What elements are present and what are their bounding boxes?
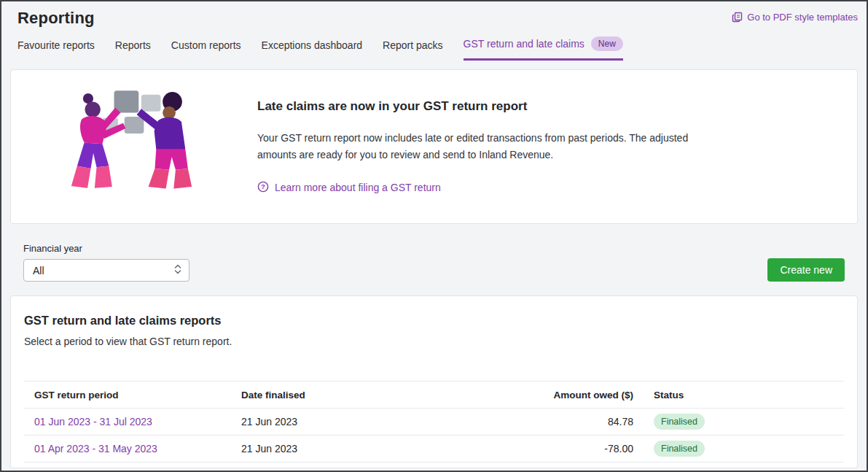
amount-owed-value: 84.78 xyxy=(448,416,633,427)
reports-title: GST return and late claims reports xyxy=(11,314,857,328)
financial-year-select[interactable]: All xyxy=(23,259,189,282)
col-amount-owed: Amount owed ($) xyxy=(448,390,633,401)
tab-bar: Favourite reports Reports Custom reports… xyxy=(1,36,867,61)
date-finalised-value: 21 Jun 2023 xyxy=(241,443,448,454)
table-row: 01 Jun 2023 - 31 Jul 2023 21 Jun 2023 84… xyxy=(24,409,844,436)
gst-info-body: Your GST return report now includes late… xyxy=(257,130,695,163)
gst-info-card: Late claims are now in your GST return r… xyxy=(10,69,858,224)
status-badge: Finalised xyxy=(654,414,705,430)
question-circle-icon: ? xyxy=(257,181,269,195)
pdf-link-label: Go to PDF style templates xyxy=(747,12,858,23)
period-link[interactable]: 01 Apr 2023 - 31 May 2023 xyxy=(34,443,157,454)
tab-custom-reports[interactable]: Custom reports xyxy=(171,39,241,61)
top-bar: Reporting Go to PDF style templates xyxy=(1,1,867,28)
gst-info-text: Late claims are now in your GST return r… xyxy=(257,99,695,195)
tab-exceptions-dashboard[interactable]: Exceptions dashboard xyxy=(262,39,363,61)
table-row: 01 Apr 2023 - 31 May 2023 21 Jun 2023 -7… xyxy=(24,436,844,463)
learn-more-link[interactable]: ? Learn more about filing a GST return xyxy=(257,181,441,195)
unfold-chevrons-icon xyxy=(174,263,181,277)
learn-more-label: Learn more about filing a GST return xyxy=(275,182,441,193)
col-gst-return-period: GST return period xyxy=(34,390,241,401)
date-finalised-value: 21 Jun 2023 xyxy=(241,416,448,427)
copy-pages-icon xyxy=(732,12,743,23)
col-status: Status xyxy=(633,390,844,401)
amount-owed-value: -78.00 xyxy=(448,443,633,454)
period-link[interactable]: 01 Jun 2023 - 31 Jul 2023 xyxy=(34,416,152,427)
tab-favourite-reports[interactable]: Favourite reports xyxy=(17,39,95,61)
svg-text:?: ? xyxy=(261,182,265,190)
page-title: Reporting xyxy=(17,9,95,28)
financial-year-label: Financial year xyxy=(23,243,189,254)
create-new-button[interactable]: Create new xyxy=(767,258,845,282)
status-badge: Finalised xyxy=(654,441,705,457)
filter-row: Financial year All Create new xyxy=(1,224,867,295)
table-header-row: GST return period Date finalised Amount … xyxy=(24,381,844,409)
new-badge: New xyxy=(591,36,623,51)
financial-year-filter: Financial year All xyxy=(23,243,189,282)
tab-report-packs[interactable]: Report packs xyxy=(383,39,442,61)
tab-reports[interactable]: Reports xyxy=(115,39,151,61)
gst-illustration xyxy=(57,87,206,206)
gst-reports-table: GST return period Date finalised Amount … xyxy=(11,381,857,463)
gst-reports-card: GST return and late claims reports Selec… xyxy=(10,295,858,468)
reporting-page: Reporting Go to PDF style templates Favo… xyxy=(0,0,868,472)
pdf-style-templates-link[interactable]: Go to PDF style templates xyxy=(732,12,858,23)
tab-gst-return-and-late-claims[interactable]: GST return and late claims New xyxy=(464,36,623,61)
col-date-finalised: Date finalised xyxy=(241,390,448,401)
financial-year-value: All xyxy=(33,265,44,276)
reports-subtitle: Select a period to view that GST return … xyxy=(11,336,857,347)
gst-info-title: Late claims are now in your GST return r… xyxy=(257,99,695,114)
